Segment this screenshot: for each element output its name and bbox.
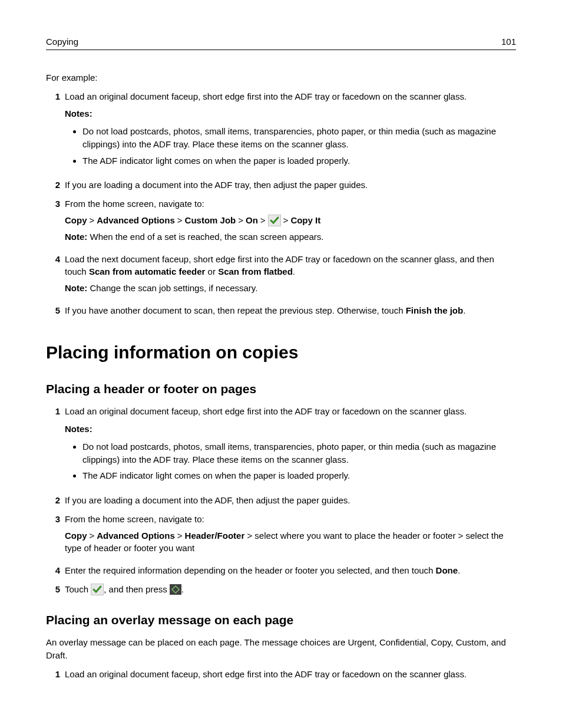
step-text: If you are loading a document into the A… xyxy=(65,179,516,192)
step-text: Touch , and then press . xyxy=(65,583,516,596)
path-segment: Copy It xyxy=(290,215,320,225)
path-segment: Advanced Options xyxy=(97,215,175,225)
path-segment: Advanced Options xyxy=(97,531,175,541)
step-number: 2 xyxy=(46,179,65,192)
step-text: Load an original document faceup, short … xyxy=(65,668,516,681)
bold-option: Done xyxy=(436,565,458,575)
text-run: . xyxy=(458,565,460,575)
note-label: Note: xyxy=(65,283,87,293)
path-segment: Copy xyxy=(65,215,87,225)
path-separator: > xyxy=(281,215,291,225)
step-text: If you are loading a document into the A… xyxy=(65,494,516,507)
text-run: , and then press xyxy=(104,584,170,594)
inline-note: Note: When the end of a set is reached, … xyxy=(65,230,516,243)
notes-label: Notes: xyxy=(65,423,516,436)
note-label: Note: xyxy=(65,232,87,242)
step-4: 4 Load the next document faceup, short e… xyxy=(46,253,516,298)
step-1: 1 Load an original document faceup, shor… xyxy=(46,668,516,681)
steps-list-2: 1 Load an original document faceup, shor… xyxy=(46,405,516,596)
text-run: . xyxy=(181,584,184,594)
paragraph: An overlay message can be placed on each… xyxy=(46,636,516,662)
step-number: 1 xyxy=(46,668,65,681)
section-heading: Placing information on copies xyxy=(46,340,516,365)
step-1: 1 Load an original document faceup, shor… xyxy=(46,90,516,173)
note-item: The ADF indicator light comes on when th… xyxy=(82,469,516,482)
step-3: 3 From the home screen, navigate to: Cop… xyxy=(46,197,516,247)
path-segment: Copy xyxy=(65,531,87,541)
step-number: 2 xyxy=(46,494,65,507)
step-number: 1 xyxy=(46,405,65,488)
step-4: 4 Enter the required information dependi… xyxy=(46,564,516,577)
step-text: Load the next document faceup, short edg… xyxy=(65,253,516,279)
navigation-path: Copy>Advanced Options>Custom Job>On>>Cop… xyxy=(65,214,516,227)
step-number: 3 xyxy=(46,197,65,247)
path-segment: On xyxy=(246,215,258,225)
subsection-heading: Placing a header or footer on pages xyxy=(46,380,516,398)
checkmark-icon xyxy=(91,584,104,595)
step-text: Load an original document faceup, short … xyxy=(65,90,516,103)
step-number: 1 xyxy=(46,90,65,173)
step-number: 4 xyxy=(46,564,65,577)
checkmark-icon xyxy=(268,215,281,226)
intro-text: For example: xyxy=(46,71,516,84)
step-2: 2 If you are loading a document into the… xyxy=(46,179,516,192)
inline-note: Note: Change the scan job settings, if n… xyxy=(65,282,516,295)
steps-list-3: 1 Load an original document faceup, shor… xyxy=(46,668,516,681)
notes-label: Notes: xyxy=(65,107,516,120)
step-1: 1 Load an original document faceup, shor… xyxy=(46,405,516,488)
step-5: 5 If you have another document to scan, … xyxy=(46,304,516,317)
path-separator: > xyxy=(175,215,185,225)
step-text: From the home screen, navigate to: xyxy=(65,197,516,210)
note-text: When the end of a set is reached, the sc… xyxy=(87,232,323,242)
bold-option: Scan from flatbed xyxy=(218,266,293,276)
step-number: 5 xyxy=(46,304,65,317)
note-item: The ADF indicator light comes on when th… xyxy=(82,154,516,167)
step-text: From the home screen, navigate to: xyxy=(65,513,516,526)
path-segment: Custom Job xyxy=(185,215,236,225)
path-separator: > xyxy=(258,215,268,225)
note-item: Do not load postcards, photos, small ite… xyxy=(82,440,516,466)
step-text: Enter the required information depending… xyxy=(65,564,516,577)
text-run: Touch xyxy=(65,584,91,594)
notes-list: Do not load postcards, photos, small ite… xyxy=(65,125,516,167)
page-header: Copying 101 xyxy=(46,35,516,50)
text-run: . xyxy=(463,305,465,315)
step-number: 4 xyxy=(46,253,65,298)
step-number: 5 xyxy=(46,583,65,596)
path-segment: Header/Footer xyxy=(185,531,245,541)
step-number: 3 xyxy=(46,513,65,558)
bold-option: Scan from automatic feeder xyxy=(89,266,206,276)
step-2: 2 If you are loading a document into the… xyxy=(46,494,516,507)
notes-list: Do not load postcards, photos, small ite… xyxy=(65,440,516,482)
navigation-path: Copy>Advanced Options>Header/Footer > se… xyxy=(65,529,516,555)
note-item: Do not load postcards, photos, small ite… xyxy=(82,125,516,151)
bold-option: Finish the job xyxy=(406,305,464,315)
path-separator: > xyxy=(87,531,97,541)
note-text: Change the scan job settings, if necessa… xyxy=(87,283,257,293)
step-text: If you have another document to scan, th… xyxy=(65,304,516,317)
text-run: If you have another document to scan, th… xyxy=(65,305,406,315)
step-5: 5 Touch , and then press . xyxy=(46,583,516,596)
step-text: Load an original document faceup, short … xyxy=(65,405,516,418)
start-diamond-icon xyxy=(170,584,181,595)
step-3: 3 From the home screen, navigate to: Cop… xyxy=(46,513,516,558)
header-page-number: 101 xyxy=(501,35,516,48)
path-separator: > xyxy=(236,215,246,225)
text-run: Enter the required information depending… xyxy=(65,565,436,575)
text-run: or xyxy=(205,266,218,276)
subsection-heading: Placing an overlay message on each page xyxy=(46,611,516,629)
header-section: Copying xyxy=(46,35,78,48)
path-separator: > xyxy=(175,531,185,541)
text-run: . xyxy=(293,266,295,276)
path-separator: > xyxy=(87,215,97,225)
steps-list-1: 1 Load an original document faceup, shor… xyxy=(46,90,516,317)
